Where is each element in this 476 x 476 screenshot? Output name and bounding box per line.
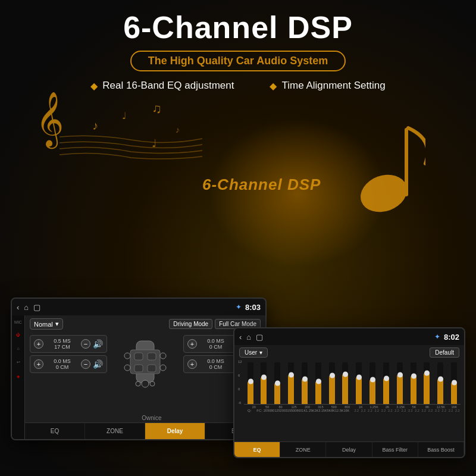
fc-val-125: 125 — [274, 409, 280, 412]
ta-values-bl: 0.0 MS 0 CM — [46, 358, 79, 370]
eq-bar-3.15K[interactable] — [393, 360, 406, 404]
back-btn[interactable]: ‹ — [17, 303, 19, 312]
ta-plus-btn-tr[interactable]: + — [187, 339, 197, 349]
ta-plus-btn-tl[interactable]: + — [34, 339, 43, 349]
home-side-icon[interactable]: ⌂ — [17, 346, 19, 350]
sec-home-btn[interactable]: ⌂ — [246, 333, 251, 342]
sec-back-btn[interactable]: ‹ — [239, 333, 242, 342]
ownice-label: Ownice — [38, 415, 265, 422]
sec-tab-bass-filter[interactable]: Bass Filter — [372, 442, 418, 457]
eq-bar-800[interactable] — [339, 360, 352, 404]
driving-mode-btn[interactable]: Driving Mode — [169, 319, 212, 329]
svg-point-14 — [150, 381, 155, 386]
eq-bar-80[interactable] — [271, 360, 284, 404]
q-val-1.25K: 2.2 — [414, 409, 420, 412]
fc-val-800: 800 — [296, 409, 302, 412]
ta-minus-btn-tl[interactable]: − — [81, 339, 90, 349]
eq-bar-50[interactable] — [258, 360, 271, 404]
eq-mode-select[interactable]: User ▾ — [239, 347, 268, 358]
ta-control-tl: + 0.5 MS 17 CM − 🔊 — [30, 335, 107, 353]
fc-val-315: 315 — [286, 409, 291, 412]
eq-bar-16K[interactable] — [447, 360, 461, 404]
ta-cm-tr: 0 CM — [199, 344, 232, 350]
svg-point-9 — [160, 353, 166, 359]
svg-point-0 — [355, 168, 412, 217]
default-btn[interactable]: Default — [430, 347, 459, 358]
tab-delay[interactable]: Delay — [145, 423, 205, 439]
screen-secondary: ‹ ⌂ ▢ ✦ 8:02 User ▾ Default 12 6 0 -6 20… — [233, 327, 465, 458]
back-side-icon[interactable]: ↩ — [17, 360, 20, 365]
q-val-500: 2.2 — [394, 409, 400, 412]
topbar-right: ✦ 8:03 — [236, 303, 261, 312]
ta-values-tr: 0.0 MS 0 CM — [199, 338, 232, 350]
feature-1-text: Real 16-Band EQ adjustment — [102, 80, 234, 92]
ta-grid: + 0.5 MS 17 CM − 🔊 + 0.0 MS 0 CM − 🔊 — [25, 333, 265, 391]
eq-bar-315[interactable] — [312, 360, 325, 404]
eq-header: User ▾ Default — [234, 345, 464, 360]
eq-bar-200[interactable] — [298, 360, 311, 404]
eq-bar-5K[interactable] — [407, 360, 420, 404]
sec-tab-bass-boost[interactable]: Bass Boost — [418, 442, 464, 457]
svg-rect-6 — [134, 365, 143, 372]
mode-select[interactable]: Nomal ▾ — [30, 318, 63, 330]
dsp-header-row: Nomal ▾ Driving Mode Full Car Mode — [25, 315, 265, 333]
speaker-icon-bl: 🔊 — [93, 359, 103, 369]
ta-ms-br: 0.0 MS — [199, 358, 232, 364]
eq-mode-label: User — [245, 349, 257, 356]
mode-label: Nomal — [34, 321, 53, 328]
q-val-3.15K: 2.2 — [427, 409, 433, 412]
diamond-icon-2: ◆ — [270, 80, 277, 92]
sec-tab-delay[interactable]: Delay — [326, 442, 372, 457]
eq-bar-2K[interactable] — [380, 360, 393, 404]
power-icon[interactable]: ⏻ — [16, 333, 20, 337]
ta-ms-tr: 0.0 MS — [199, 338, 232, 344]
tab-zone[interactable]: ZONE — [85, 423, 145, 439]
fc-val-8K: 8K — [331, 409, 335, 412]
main-title: 6-Channel DSP — [0, 11, 476, 45]
eq-bar-1K[interactable] — [352, 360, 365, 404]
bluetooth-icon: ✦ — [236, 303, 242, 311]
eq-bar-12.5K[interactable] — [434, 360, 447, 404]
db-0: 0 — [238, 387, 242, 391]
q-val-5K: 2.2 — [434, 409, 440, 412]
eq-bar-20[interactable] — [244, 360, 257, 404]
main-screen-topbar: ‹ ⌂ ▢ ✦ 8:03 — [12, 299, 265, 315]
music-note-5: ♩ — [152, 137, 156, 150]
feature-1: ◆ Real 16-Band EQ adjustment — [90, 80, 234, 92]
car-image-area — [109, 335, 181, 389]
car-svg — [115, 335, 175, 389]
sec-tab-zone[interactable]: ZONE — [280, 442, 326, 457]
ta-values-tl: 0.5 MS 17 CM — [46, 338, 79, 350]
eq-bar-500[interactable] — [325, 360, 339, 404]
vol-side-icon[interactable]: ◈ — [17, 374, 20, 379]
sec-tab-eq[interactable]: EQ — [234, 442, 280, 457]
eq-bar-1.25K[interactable] — [366, 360, 379, 404]
q-val-50: 2.2 — [360, 409, 366, 412]
eq-bar-8K[interactable] — [420, 360, 433, 404]
svg-point-12 — [142, 380, 149, 387]
music-decoration: 𝄞 — [36, 95, 64, 143]
svg-rect-5 — [148, 353, 156, 360]
square-btn[interactable]: ▢ — [33, 303, 40, 312]
speaker-icon-tl: 🔊 — [93, 339, 103, 349]
screen-main: ‹ ⌂ ▢ ✦ 8:03 MIC ⏻ ⌂ ↩ ◈ Nomal ▾ Driving… — [11, 298, 267, 440]
fc-val-1K: 1K — [302, 409, 306, 412]
ta-plus-btn-bl[interactable]: + — [34, 359, 43, 369]
ta-minus-btn-bl[interactable]: − — [81, 359, 90, 369]
subtitle-text: The High Quality Car Audio System — [148, 55, 328, 67]
fc-val-12.5K: 12.5K — [335, 409, 343, 412]
fc-val-3.15K: 3.15K — [318, 409, 327, 412]
home-btn[interactable]: ⌂ — [24, 303, 29, 312]
fc-val-2K: 2K — [314, 409, 318, 412]
diamond-icon-1: ◆ — [90, 80, 98, 92]
fc-val-500: 500 — [291, 409, 296, 412]
db-12: 12 — [238, 360, 242, 364]
eq-bar-125[interactable] — [284, 360, 298, 404]
fc-val-5K: 5K — [327, 409, 331, 412]
sec-square-btn[interactable]: ▢ — [256, 333, 263, 342]
tab-eq[interactable]: EQ — [25, 423, 85, 439]
screen-sidebar: MIC ⏻ ⌂ ↩ ◈ — [12, 315, 25, 439]
music-note-2: ♩ — [122, 110, 127, 121]
ta-plus-btn-br[interactable]: + — [187, 359, 197, 369]
q-val-125: 2.2 — [374, 409, 380, 412]
